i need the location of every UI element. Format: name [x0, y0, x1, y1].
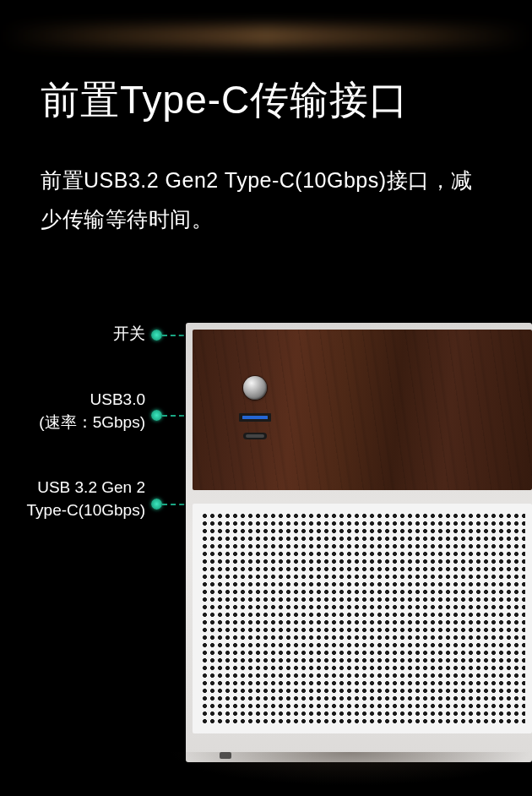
- callout-dot: [151, 499, 162, 510]
- label-usb30: USB3.0 (速率：5Gbps): [39, 389, 145, 433]
- usb-a-port-icon: [239, 413, 271, 422]
- label-typec-l2: Type-C(10Gbps): [27, 501, 145, 519]
- mesh-pattern: [199, 510, 525, 727]
- label-typec: USB 3.2 Gen 2 Type-C(10Gbps): [27, 477, 145, 521]
- callout-dot: [151, 330, 162, 341]
- label-power: 开关: [113, 323, 145, 346]
- usb-c-port-icon: [243, 433, 267, 439]
- device-shadow: [169, 752, 532, 786]
- text-content: 前置Type-C传输接口 前置USB3.2 Gen2 Type-C(10Gbps…: [0, 0, 532, 239]
- callout-dot: [151, 410, 162, 421]
- label-typec-l1: USB 3.2 Gen 2: [37, 478, 145, 496]
- label-usb30-l2: (速率：5Gbps): [39, 413, 145, 431]
- label-power-text: 开关: [113, 324, 145, 342]
- label-usb30-l1: USB3.0: [90, 390, 145, 408]
- description: 前置USB3.2 Gen2 Type-C(10Gbps)接口，减少传输等待时间。: [41, 161, 491, 239]
- diagram: 开关 USB3.0 (速率：5Gbps) USB 3.2 Gen 2 Type-…: [0, 313, 532, 796]
- power-button-icon: [243, 376, 267, 400]
- wood-panel: [193, 330, 532, 490]
- device-case: [186, 323, 532, 762]
- mesh-panel: [193, 504, 532, 733]
- title: 前置Type-C传输接口: [41, 74, 491, 127]
